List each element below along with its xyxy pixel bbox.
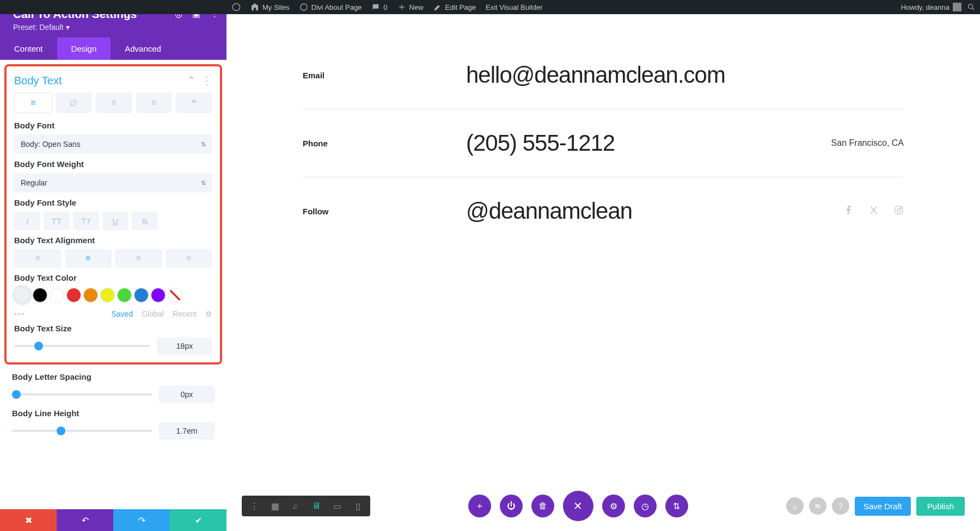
line-height-label: Body Line Height <box>12 409 215 418</box>
exit-visual-builder-link[interactable]: Exit Visual Builder <box>486 3 543 11</box>
color-swatch[interactable] <box>100 288 115 302</box>
smallcaps-button[interactable]: Tᴛ <box>73 212 99 230</box>
color-swatch[interactable] <box>117 288 132 302</box>
body-align-label: Body Text Alignment <box>14 236 212 245</box>
tab-advanced[interactable]: Advanced <box>111 38 175 60</box>
color-swatch[interactable] <box>66 288 81 302</box>
underline-button[interactable]: U <box>102 212 128 230</box>
gear-button[interactable]: ⚙ <box>602 495 625 517</box>
new-link[interactable]: New <box>397 3 424 11</box>
italic-button[interactable]: I <box>14 212 40 230</box>
size-slider[interactable] <box>14 345 150 347</box>
preset-selector[interactable]: Preset: Default ▾ <box>13 23 70 32</box>
tab-ol-icon[interactable]: ≡ <box>136 92 173 113</box>
search-icon[interactable] <box>967 3 976 11</box>
lineheight-slider[interactable] <box>12 430 152 432</box>
instagram-icon[interactable] <box>894 205 904 217</box>
color-swatch-row <box>14 287 212 303</box>
save-button[interactable]: ✔ <box>170 509 226 531</box>
uppercase-button[interactable]: TT <box>44 212 70 230</box>
tab-paragraph-icon[interactable]: ≡ <box>14 92 52 113</box>
help-button[interactable]: ? <box>832 497 849 515</box>
trash-button[interactable]: 🗑 <box>531 495 554 517</box>
color-tab-global[interactable]: Global <box>142 310 163 318</box>
publish-button[interactable]: Publish <box>916 497 965 516</box>
color-settings-icon[interactable]: ⚙ <box>205 310 212 318</box>
view-toolbar: ⋮ ▦ ⌕ 🖥 ▭ ▯ <box>242 496 370 516</box>
sort-button[interactable]: ⇅ <box>665 495 688 517</box>
svg-point-2 <box>969 4 973 9</box>
mobile-view-icon[interactable]: ▯ <box>351 499 365 513</box>
howdy-user[interactable]: Howdy, deanna <box>901 3 961 11</box>
body-font-select[interactable]: Body: Open Sans <box>14 134 212 154</box>
desktop-view-icon[interactable]: 🖥 <box>309 499 323 513</box>
wp-logo-icon[interactable] <box>232 3 241 11</box>
close-builder-button[interactable]: ✕ <box>563 491 593 521</box>
svg-point-4 <box>897 208 901 212</box>
color-swatch[interactable] <box>83 288 98 302</box>
color-swatch[interactable] <box>14 287 30 303</box>
follow-value: @deannamclean <box>466 198 844 224</box>
align-justify-button[interactable]: ≡ <box>166 249 213 268</box>
tab-content[interactable]: Content <box>0 38 57 60</box>
color-swatch[interactable] <box>134 288 149 302</box>
settings-tab-bar: Content Design Advanced <box>0 38 226 60</box>
align-right-button[interactable]: ≡ <box>115 249 162 268</box>
tab-ul-icon[interactable]: ≡ <box>95 92 132 113</box>
follow-label: Follow <box>303 207 466 216</box>
body-weight-label: Body Font Weight <box>14 159 212 169</box>
search-button[interactable]: ⌕ <box>786 497 804 515</box>
settings-sidebar: Call To Action Settings Preset: Default … <box>0 0 226 531</box>
color-swatch[interactable] <box>151 288 166 302</box>
color-swatch-none[interactable] <box>168 288 182 302</box>
location-value: San Francisco, CA <box>831 138 904 148</box>
email-label: Email <box>303 71 466 80</box>
color-tab-recent[interactable]: Recent <box>173 310 197 318</box>
body-weight-select[interactable]: Regular <box>14 173 212 193</box>
my-sites-link[interactable]: My Sites <box>250 3 290 11</box>
section-more-icon[interactable]: ⋮ <box>201 74 212 87</box>
font-style-row: I TT Tᴛ U S <box>14 212 212 230</box>
size-input[interactable]: 18px <box>157 337 212 355</box>
color-swatch[interactable] <box>33 288 47 302</box>
comments-link[interactable]: 0 <box>371 3 387 11</box>
edit-page-link[interactable]: Edit Page <box>433 3 476 11</box>
body-size-label: Body Text Size <box>14 324 212 333</box>
tab-link-icon[interactable]: ∅ <box>56 92 93 113</box>
layers-button[interactable]: ≋ <box>809 497 826 515</box>
site-name-link[interactable]: Divi About Page <box>299 3 362 11</box>
discard-button[interactable]: ✖ <box>0 509 57 531</box>
align-center-button[interactable]: ≡ <box>65 249 112 268</box>
color-more-icon[interactable]: ••• <box>14 310 26 318</box>
x-icon[interactable] <box>869 205 879 217</box>
color-tabs: ••• Saved Global Recent ⚙ <box>14 310 212 318</box>
highlighted-region: Body Text ⌃⋮ ≡ ∅ ≡ ≡ ❝ Body Font Body: O… <box>4 64 222 365</box>
power-button[interactable]: ⏻ <box>500 495 523 517</box>
tab-design[interactable]: Design <box>57 38 111 60</box>
phone-row: Phone (205) 555-1212 San Francisco, CA <box>303 109 904 177</box>
redo-button[interactable]: ↷ <box>113 509 170 531</box>
wireframe-icon[interactable]: ▦ <box>268 499 282 513</box>
strikethrough-button[interactable]: S <box>132 212 158 230</box>
color-tab-saved[interactable]: Saved <box>111 310 133 318</box>
collapse-icon[interactable]: ⌃ <box>187 74 196 87</box>
body-style-label: Body Font Style <box>14 198 212 207</box>
history-button[interactable]: ◷ <box>634 495 657 517</box>
add-button[interactable]: ＋ <box>468 495 491 517</box>
spacing-input[interactable]: 0px <box>159 386 215 403</box>
color-swatch[interactable] <box>50 288 64 302</box>
tab-quote-icon[interactable]: ❝ <box>175 92 212 113</box>
save-draft-button[interactable]: Save Draft <box>855 497 911 516</box>
menu-icon[interactable]: ⋮ <box>247 499 261 513</box>
tablet-view-icon[interactable]: ▭ <box>330 499 344 513</box>
spacing-slider[interactable] <box>12 393 152 396</box>
action-circles: ＋ ⏻ 🗑 ✕ ⚙ ◷ ⇅ <box>468 491 688 521</box>
zoom-icon[interactable]: ⌕ <box>289 499 303 513</box>
svg-point-5 <box>901 207 902 208</box>
align-left-button[interactable]: ≡ <box>14 249 62 268</box>
lineheight-input[interactable]: 1.7em <box>159 422 215 440</box>
undo-button[interactable]: ↶ <box>57 509 113 531</box>
facebook-icon[interactable] <box>844 205 854 217</box>
settings-body: Body Text ⌃⋮ ≡ ∅ ≡ ≡ ❝ Body Font Body: O… <box>0 60 226 509</box>
section-body-text[interactable]: Body Text ⌃⋮ <box>14 72 212 92</box>
